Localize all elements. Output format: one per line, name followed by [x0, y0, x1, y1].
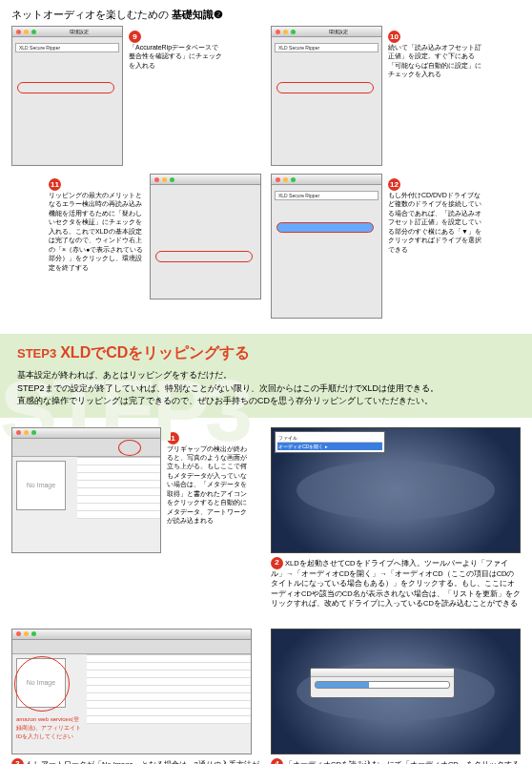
step-number-b4: 4 [271, 758, 283, 765]
caption-b3: もしアートワークが「No Image」となる場合は、2通りの入手方法がある。もし… [11, 759, 259, 764]
caption-11: リッピングの最大のメリットとなるエラー検出時の再読み込み機能を活用するために「疑… [49, 191, 144, 272]
desktop-screenshot-b2: ファイル オーディオCDを開く ▸ [271, 427, 521, 553]
screenshot-b1: No Image [11, 427, 161, 553]
caption-b2: XLDを起動させてCDをドライブへ挿入。ツールバーより「ファイル」→「オーディオ… [271, 558, 521, 608]
step-number-12: 12 [388, 178, 400, 191]
caption-b4: 「オーディオCDを読み込む」にて「オーディオCD」をクリックすると、ブリギャップ… [271, 759, 520, 764]
step-label: STEP3 [17, 346, 56, 361]
screenshot-10: 環境設定 XLD Secure Ripper [271, 26, 382, 166]
caption-12: もし外付けCD/DVDドライブなど複数のドライブを接続している場合であれば、「読… [388, 191, 483, 254]
screenshot-9: 環境設定 XLD Secure Ripper [11, 26, 123, 166]
step-number-10: 10 [388, 31, 400, 43]
screenshot-11 [150, 174, 261, 299]
step-title: XLDでCDをリッピングする [60, 344, 250, 361]
caption-9: 「AccurateRipデータベースで整合性を確認する」にチェックを入れる [129, 43, 224, 70]
desktop-screenshot-b4 [271, 629, 521, 754]
step-number-b3: 3 [11, 758, 24, 765]
screenshot-12: XLD Secure Ripper [271, 174, 382, 319]
no-image-placeholder: No Image [16, 461, 66, 510]
step-number-9: 9 [129, 31, 141, 43]
caption-10: 続いて「読み込みオフセット訂正値」を設定。すぐ下にある「可能ならば自動的に設定」… [388, 43, 483, 79]
page-header: ネットオーディオを楽しむための 基礎知識❷ [0, 0, 532, 26]
screenshot-b3: No Image amazon web services(登録商法)、アフィリエ… [11, 629, 252, 754]
step-number-11: 11 [49, 178, 61, 191]
step3-section: STEP3 STEP3XLDでCDをリッピングする 基本設定が終われば、あとはリ… [0, 334, 532, 418]
step-number-b2: 2 [271, 557, 283, 569]
